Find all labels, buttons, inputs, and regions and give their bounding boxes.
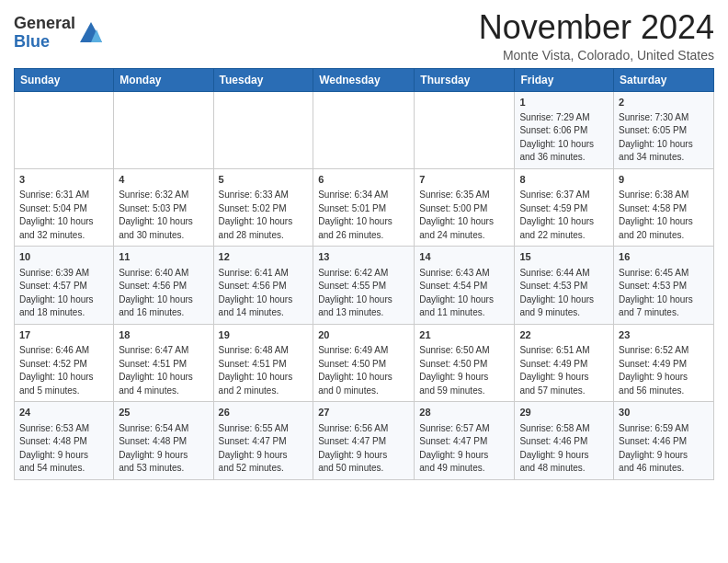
day-number: 9 <box>619 173 709 187</box>
calendar-cell: 28Sunrise: 6:57 AMSunset: 4:47 PMDayligh… <box>415 402 515 479</box>
day-number: 22 <box>519 328 609 342</box>
day-number: 28 <box>419 406 509 419</box>
calendar-cell: 20Sunrise: 6:49 AMSunset: 4:50 PMDayligh… <box>313 324 415 401</box>
calendar-cell <box>415 91 515 168</box>
day-info: Sunrise: 6:47 AMSunset: 4:51 PMDaylight:… <box>119 344 208 397</box>
day-number: 19 <box>219 328 309 342</box>
day-info: Sunrise: 6:33 AMSunset: 5:02 PMDaylight:… <box>219 189 309 242</box>
day-info: Sunrise: 6:37 AMSunset: 4:59 PMDaylight:… <box>519 189 609 242</box>
weekday-header-row: SundayMondayTuesdayWednesdayThursdayFrid… <box>15 68 714 91</box>
title-block: November 2024 Monte Vista, Colorado, Uni… <box>479 9 714 63</box>
day-info: Sunrise: 6:48 AMSunset: 4:51 PMDaylight:… <box>219 344 309 397</box>
day-number: 1 <box>519 96 609 109</box>
calendar-cell: 23Sunrise: 6:52 AMSunset: 4:49 PMDayligh… <box>614 324 714 401</box>
calendar-cell: 7Sunrise: 6:35 AMSunset: 5:00 PMDaylight… <box>415 168 515 246</box>
day-info: Sunrise: 6:41 AMSunset: 4:56 PMDaylight:… <box>219 267 309 320</box>
day-info: Sunrise: 6:53 AMSunset: 4:48 PMDaylight:… <box>19 422 108 476</box>
day-number: 12 <box>219 250 309 264</box>
day-number: 25 <box>119 406 208 419</box>
day-info: Sunrise: 6:38 AMSunset: 4:58 PMDaylight:… <box>619 189 709 242</box>
calendar-cell: 10Sunrise: 6:39 AMSunset: 4:57 PMDayligh… <box>15 247 114 324</box>
calendar-cell: 13Sunrise: 6:42 AMSunset: 4:55 PMDayligh… <box>313 247 415 324</box>
day-number: 18 <box>119 328 208 342</box>
calendar-header: SundayMondayTuesdayWednesdayThursdayFrid… <box>15 68 714 91</box>
logo: General Blue <box>14 15 104 52</box>
day-info: Sunrise: 6:39 AMSunset: 4:57 PMDaylight:… <box>19 267 108 320</box>
calendar-cell: 17Sunrise: 6:46 AMSunset: 4:52 PMDayligh… <box>15 324 114 401</box>
day-number: 6 <box>318 173 409 187</box>
calendar-cell: 9Sunrise: 6:38 AMSunset: 4:58 PMDaylight… <box>614 168 714 246</box>
day-info: Sunrise: 6:54 AMSunset: 4:48 PMDaylight:… <box>119 422 208 476</box>
weekday-header-tuesday: Tuesday <box>213 68 313 91</box>
day-number: 24 <box>19 406 108 419</box>
month-title: November 2024 <box>479 9 714 46</box>
day-number: 20 <box>318 328 409 342</box>
day-info: Sunrise: 6:34 AMSunset: 5:01 PMDaylight:… <box>318 189 409 242</box>
calendar-week-3: 10Sunrise: 6:39 AMSunset: 4:57 PMDayligh… <box>15 247 714 324</box>
logo-general: General <box>14 14 75 32</box>
day-number: 15 <box>519 250 609 264</box>
calendar-cell: 2Sunrise: 7:30 AMSunset: 6:05 PMDaylight… <box>614 91 714 168</box>
location: Monte Vista, Colorado, United States <box>479 48 714 63</box>
calendar-cell: 15Sunrise: 6:44 AMSunset: 4:53 PMDayligh… <box>515 247 614 324</box>
calendar-cell: 21Sunrise: 6:50 AMSunset: 4:50 PMDayligh… <box>415 324 515 401</box>
weekday-header-saturday: Saturday <box>614 68 714 91</box>
day-info: Sunrise: 6:50 AMSunset: 4:50 PMDaylight:… <box>419 344 509 397</box>
day-info: Sunrise: 6:31 AMSunset: 5:04 PMDaylight:… <box>19 189 108 242</box>
day-number: 7 <box>419 173 509 187</box>
calendar-cell: 14Sunrise: 6:43 AMSunset: 4:54 PMDayligh… <box>415 247 515 324</box>
logo-text: General Blue <box>14 15 75 52</box>
weekday-header-thursday: Thursday <box>415 68 515 91</box>
day-info: Sunrise: 6:42 AMSunset: 4:55 PMDaylight:… <box>318 267 409 320</box>
calendar-cell: 16Sunrise: 6:45 AMSunset: 4:53 PMDayligh… <box>614 247 714 324</box>
calendar-cell <box>313 91 415 168</box>
calendar-cell: 3Sunrise: 6:31 AMSunset: 5:04 PMDaylight… <box>15 168 114 246</box>
day-info: Sunrise: 6:52 AMSunset: 4:49 PMDaylight:… <box>619 344 709 397</box>
day-number: 23 <box>619 328 709 342</box>
day-number: 27 <box>318 406 409 419</box>
calendar-cell: 30Sunrise: 6:59 AMSunset: 4:46 PMDayligh… <box>614 402 714 479</box>
day-number: 11 <box>119 250 208 264</box>
calendar-cell: 1Sunrise: 7:29 AMSunset: 6:06 PMDaylight… <box>515 91 614 168</box>
day-info: Sunrise: 6:44 AMSunset: 4:53 PMDaylight:… <box>519 267 609 320</box>
day-number: 5 <box>219 173 309 187</box>
calendar-cell: 27Sunrise: 6:56 AMSunset: 4:47 PMDayligh… <box>313 402 415 479</box>
day-info: Sunrise: 6:57 AMSunset: 4:47 PMDaylight:… <box>419 422 509 476</box>
calendar-cell: 5Sunrise: 6:33 AMSunset: 5:02 PMDaylight… <box>213 168 313 246</box>
day-info: Sunrise: 7:29 AMSunset: 6:06 PMDaylight:… <box>519 111 609 165</box>
day-number: 4 <box>119 173 208 187</box>
calendar-cell <box>213 91 313 168</box>
day-info: Sunrise: 6:55 AMSunset: 4:47 PMDaylight:… <box>219 422 309 476</box>
calendar-body: 1Sunrise: 7:29 AMSunset: 6:06 PMDaylight… <box>15 91 714 479</box>
calendar-cell: 29Sunrise: 6:58 AMSunset: 4:46 PMDayligh… <box>515 402 614 479</box>
logo-icon <box>78 20 104 46</box>
calendar-cell: 8Sunrise: 6:37 AMSunset: 4:59 PMDaylight… <box>515 168 614 246</box>
day-number: 26 <box>219 406 309 419</box>
day-info: Sunrise: 6:56 AMSunset: 4:47 PMDaylight:… <box>318 422 409 476</box>
day-info: Sunrise: 6:40 AMSunset: 4:56 PMDaylight:… <box>119 267 208 320</box>
calendar-cell: 6Sunrise: 6:34 AMSunset: 5:01 PMDaylight… <box>313 168 415 246</box>
weekday-header-wednesday: Wednesday <box>313 68 415 91</box>
calendar-cell: 12Sunrise: 6:41 AMSunset: 4:56 PMDayligh… <box>213 247 313 324</box>
day-info: Sunrise: 7:30 AMSunset: 6:05 PMDaylight:… <box>619 111 709 165</box>
day-number: 29 <box>519 406 609 419</box>
calendar-cell: 22Sunrise: 6:51 AMSunset: 4:49 PMDayligh… <box>515 324 614 401</box>
day-number: 13 <box>318 250 409 264</box>
calendar-week-1: 1Sunrise: 7:29 AMSunset: 6:06 PMDaylight… <box>15 91 714 168</box>
day-info: Sunrise: 6:35 AMSunset: 5:00 PMDaylight:… <box>419 189 509 242</box>
day-number: 21 <box>419 328 509 342</box>
weekday-header-sunday: Sunday <box>15 68 114 91</box>
calendar-cell: 24Sunrise: 6:53 AMSunset: 4:48 PMDayligh… <box>15 402 114 479</box>
calendar-table: SundayMondayTuesdayWednesdayThursdayFrid… <box>14 68 714 480</box>
calendar-cell: 25Sunrise: 6:54 AMSunset: 4:48 PMDayligh… <box>114 402 213 479</box>
weekday-header-friday: Friday <box>515 68 614 91</box>
day-info: Sunrise: 6:59 AMSunset: 4:46 PMDaylight:… <box>619 422 709 476</box>
day-number: 2 <box>619 96 709 109</box>
day-info: Sunrise: 6:49 AMSunset: 4:50 PMDaylight:… <box>318 344 409 397</box>
calendar-cell: 4Sunrise: 6:32 AMSunset: 5:03 PMDaylight… <box>114 168 213 246</box>
weekday-header-monday: Monday <box>114 68 213 91</box>
day-number: 3 <box>19 173 108 187</box>
calendar-week-2: 3Sunrise: 6:31 AMSunset: 5:04 PMDaylight… <box>15 168 714 246</box>
page-header: General Blue November 2024 Monte Vista, … <box>14 9 714 63</box>
day-info: Sunrise: 6:45 AMSunset: 4:53 PMDaylight:… <box>619 267 709 320</box>
